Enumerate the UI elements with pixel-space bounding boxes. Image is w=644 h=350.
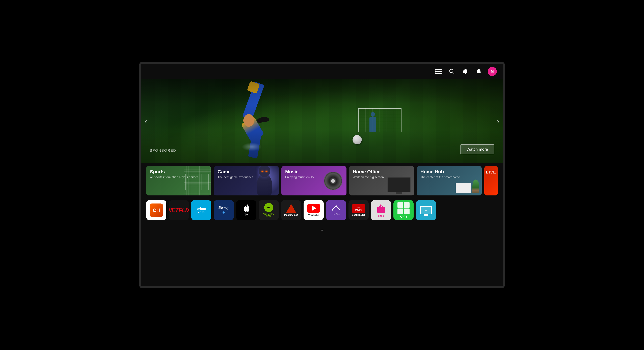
- shop-bag-icon: [376, 204, 386, 214]
- app-masterclass[interactable]: MasterClass: [281, 200, 301, 220]
- app-ch[interactable]: CH: [146, 200, 166, 220]
- app-apps-grid[interactable]: APPS: [394, 200, 414, 220]
- scroll-chevron-icon: ⌄: [320, 225, 324, 232]
- game-desc: The best game experience.: [218, 176, 254, 179]
- hero-vignette: [141, 79, 503, 163]
- live-label: LIVE: [486, 170, 496, 174]
- category-homehub[interactable]: Home Hub The center of the smart home: [417, 166, 482, 195]
- netflix-logo: NETFLIX: [169, 207, 189, 214]
- hub-monitor-icon: [456, 183, 471, 193]
- tv-frame: N: [139, 62, 505, 288]
- app-disney-plus[interactable]: Disney +: [214, 200, 234, 220]
- app-screen-share[interactable]: ▶: [416, 200, 436, 220]
- homehub-items: [456, 180, 479, 193]
- shop-icon: [375, 204, 387, 214]
- homehub-desc: The center of the smart home: [420, 176, 460, 179]
- category-homeoffice[interactable]: Home Office Work on the big screen: [349, 166, 414, 195]
- luna-logo-icon: [332, 205, 341, 211]
- app-luna[interactable]: luna: [326, 200, 346, 220]
- app-lesmills[interactable]: LesMILLS LesMILLS+: [348, 200, 368, 220]
- app-apple-tv[interactable]: TV: [236, 200, 256, 220]
- app-shop[interactable]: shop: [371, 200, 391, 220]
- user-avatar[interactable]: N: [488, 67, 497, 76]
- luna-icon: [331, 205, 341, 211]
- disney-label: Disney: [218, 205, 229, 210]
- prime-label: prime: [197, 207, 206, 211]
- notification-icon[interactable]: [474, 67, 483, 76]
- svg-rect-6: [377, 207, 385, 213]
- sponsored-label: SPONSORED: [150, 148, 176, 153]
- youtube-play-triangle: [312, 206, 316, 211]
- luna-label: luna: [332, 212, 340, 216]
- lesmills-label: LesMILLS+: [352, 213, 365, 216]
- shop-label: shop: [378, 214, 384, 217]
- scroll-indicator: ⌄: [141, 224, 503, 235]
- apps-grid-icon: [398, 202, 410, 214]
- music-disc: [324, 172, 342, 190]
- youtube-label: YouTube: [308, 214, 319, 217]
- app-geforce-now[interactable]: GF GEFORCENOW: [258, 200, 279, 220]
- svg-point-4: [450, 69, 453, 73]
- appletv-label: TV: [244, 213, 248, 216]
- sports-desc: All sports information at your service.: [150, 176, 200, 179]
- ch-logo-text: CH: [152, 207, 160, 213]
- watch-more-button[interactable]: Watch more: [460, 144, 494, 154]
- music-desc: Enjoying music on TV: [285, 176, 314, 179]
- homeoffice-title: Home Office: [353, 169, 380, 174]
- app-youtube[interactable]: YouTube: [304, 200, 324, 220]
- masterclass-icon: [284, 204, 298, 213]
- office-tv-icon: [387, 177, 411, 192]
- app-netflix[interactable]: NETFLIX: [169, 200, 189, 220]
- homehub-title: Home Hub: [420, 169, 444, 174]
- geforce-badge: GF: [264, 203, 273, 212]
- music-title: Music: [285, 169, 298, 174]
- svg-line-5: [453, 72, 454, 74]
- category-live[interactable]: LIVE: [484, 166, 498, 195]
- homeoffice-desc: Work on the big screen: [353, 176, 384, 179]
- category-music[interactable]: Music Enjoying music on TV: [282, 166, 346, 195]
- apps-label: APPS: [400, 215, 407, 218]
- category-sports[interactable]: Sports All sports information at your se…: [146, 166, 211, 195]
- geforce-label: GEFORCENOW: [263, 213, 274, 218]
- categories-row: Sports All sports information at your se…: [141, 163, 503, 198]
- tv-screen: N: [141, 64, 503, 286]
- hero-banner: ‹ › SPONSORED Watch more: [141, 79, 503, 163]
- app-prime-video[interactable]: prime video: [191, 200, 211, 220]
- svg-rect-7: [380, 205, 381, 207]
- header: N: [141, 64, 503, 79]
- hero-next-button[interactable]: ›: [497, 116, 500, 126]
- svg-rect-3: [435, 69, 436, 74]
- disney-plus-sign: +: [222, 210, 225, 215]
- lesmills-icon: LesMILLS: [352, 204, 365, 213]
- apps-row: CH NETFLIX prime video Disney +: [141, 198, 503, 224]
- hero-prev-button[interactable]: ‹: [144, 116, 147, 126]
- youtube-icon: [307, 204, 320, 213]
- settings-icon[interactable]: [461, 67, 470, 76]
- masterclass-label: MasterClass: [284, 214, 298, 216]
- hero-background: [141, 79, 503, 163]
- sports-title: Sports: [150, 169, 165, 174]
- game-title: Game: [218, 169, 230, 174]
- screen-icon: ▶: [420, 206, 432, 214]
- hub-plant-icon: [472, 180, 479, 193]
- category-game[interactable]: Game The best game experience.: [214, 166, 279, 195]
- apple-logo-icon: [242, 204, 250, 213]
- guide-icon[interactable]: [434, 67, 443, 76]
- prime-video-label: video: [198, 211, 204, 214]
- search-icon[interactable]: [448, 67, 456, 76]
